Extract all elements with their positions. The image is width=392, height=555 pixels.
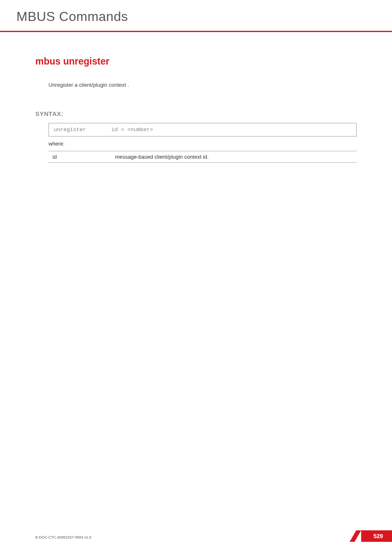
page-footer: E-DOC-CTC-20061027-0004 v1.0 529 — [0, 530, 392, 542]
syntax-args: id = <number> — [111, 127, 153, 133]
syntax-label: SYNTAX: — [35, 110, 357, 117]
content-area: mbus unregister Unregister a client/plug… — [0, 32, 392, 163]
command-title: mbus unregister — [35, 56, 357, 67]
where-label: where: — [48, 141, 357, 147]
table-row: id message-based client/plugin context i… — [48, 151, 357, 163]
param-table: id message-based client/plugin context i… — [48, 151, 357, 163]
header-title: MBUS Commands — [16, 9, 392, 24]
param-name: id — [48, 151, 111, 163]
page-number-badge: 529 — [361, 530, 392, 542]
syntax-command: unregister — [54, 127, 111, 133]
footer-doc-id: E-DOC-CTC-20061027-0004 v1.0 — [35, 535, 91, 539]
syntax-box: unregisterid = <number> — [48, 123, 357, 136]
page-header: MBUS Commands — [0, 0, 392, 28]
command-description: Unregister a client/plugin context . — [48, 82, 357, 88]
param-desc: message-based client/plugin context id. — [111, 151, 357, 163]
